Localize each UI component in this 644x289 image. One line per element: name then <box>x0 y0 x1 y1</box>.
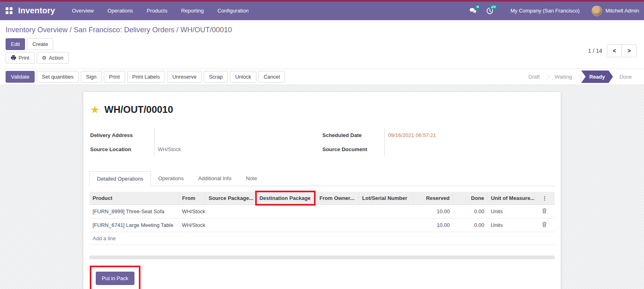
cell-source-package[interactable] <box>205 204 256 218</box>
gear-icon: ⚙ <box>42 55 47 61</box>
messages-badge: 4 <box>475 6 481 9</box>
pager-previous-button[interactable]: < <box>607 45 622 57</box>
breadcrumb: Inventory Overview/San Francisco: Delive… <box>6 24 638 38</box>
cell-product[interactable]: [FURN_6741] Large Meeting Table <box>89 218 179 232</box>
print-label: Print <box>19 55 29 61</box>
column-header-source-package[interactable]: Source Package... <box>205 192 256 205</box>
chevron-right-icon: > <box>627 48 631 54</box>
menu-operations[interactable]: Operations <box>102 4 139 17</box>
operations-table: Product From Source Package... Destinati… <box>89 192 555 245</box>
trash-icon[interactable] <box>542 208 547 214</box>
horizontal-scrollbar[interactable] <box>89 256 555 259</box>
unlock-button[interactable]: Unlock <box>230 71 256 83</box>
cell-done[interactable]: 0.00 <box>453 218 488 232</box>
column-header-done[interactable]: Done <box>453 192 488 205</box>
menu-configuration[interactable]: Configuration <box>212 4 254 17</box>
control-panel: Inventory Overview/San Francisco: Delive… <box>0 20 644 64</box>
pager: 1 / 14 < > <box>588 44 638 57</box>
app-name[interactable]: Inventory <box>18 6 55 15</box>
user-menu[interactable]: Mitchell Admin <box>605 8 639 14</box>
scrap-button[interactable]: Scrap <box>204 71 228 83</box>
breadcrumb-delivery-orders[interactable]: San Francisco: Delivery Orders <box>74 26 174 34</box>
menu-overview[interactable]: Overview <box>66 4 99 17</box>
field-label-source-location: Source Location <box>90 142 155 156</box>
breadcrumb-inventory-overview[interactable]: Inventory Overview <box>6 26 68 34</box>
printer-icon <box>11 55 16 60</box>
tab-note[interactable]: Note <box>239 171 264 186</box>
column-header-from-owner[interactable]: From Owner... <box>316 192 359 205</box>
trash-icon[interactable] <box>542 222 547 227</box>
activities-badge: 20 <box>489 6 497 9</box>
tab-operations[interactable]: Operations <box>151 171 191 186</box>
print-menu-button[interactable]: Print <box>6 52 35 64</box>
tab-additional-info[interactable]: Additional Info <box>191 171 239 186</box>
validate-button[interactable]: Validate <box>6 71 35 83</box>
edit-button[interactable]: Edit <box>6 38 25 50</box>
pager-next-button[interactable]: > <box>622 45 636 57</box>
optional-columns-toggle[interactable]: ⋮ <box>534 192 555 205</box>
column-header-lot-serial[interactable]: Lot/Serial Number <box>359 192 413 205</box>
destination-package-label: Destination Package <box>259 195 310 201</box>
app-menu: Overview Operations Products Reporting C… <box>66 4 254 17</box>
table-header-row: Product From Source Package... Destinati… <box>89 192 555 205</box>
chevron-left-icon: < <box>613 48 616 54</box>
action-menu-button[interactable]: ⚙ Action <box>37 52 69 64</box>
stage-separator-icon <box>545 74 550 79</box>
cell-done[interactable]: 0.00 <box>453 204 488 218</box>
field-label-scheduled-date: Scheduled Date <box>322 128 385 142</box>
table-row[interactable]: [FURN_6741] Large Meeting Table WH/Stock… <box>89 218 555 232</box>
menu-reporting[interactable]: Reporting <box>175 4 209 17</box>
stage-draft[interactable]: Draft <box>524 71 544 82</box>
column-header-uom[interactable]: Unit of Measure... <box>487 192 534 205</box>
cell-from[interactable]: WH/Stock <box>179 204 205 218</box>
stage-done[interactable]: Done <box>615 71 636 82</box>
field-groups: Delivery Address Source Location WH/Stoc… <box>89 126 555 164</box>
cell-from-owner[interactable] <box>316 204 359 218</box>
cell-uom[interactable]: Units <box>487 204 534 218</box>
company-switcher[interactable]: My Company (San Francisco) <box>510 8 580 14</box>
put-in-pack-button[interactable]: Put in Pack <box>96 272 134 285</box>
stage-waiting[interactable]: Waiting <box>551 71 576 82</box>
cell-lot-serial[interactable] <box>359 218 413 232</box>
form-sheet: ★ WH/OUT/00010 Delivery Address Source L… <box>83 91 561 289</box>
column-header-product[interactable]: Product <box>89 192 179 205</box>
activities-button[interactable]: 20 <box>483 6 497 16</box>
field-value-source-location[interactable]: WH/Stock <box>155 146 181 152</box>
apps-menu-icon[interactable] <box>6 7 12 14</box>
column-header-reserved[interactable]: Reserved <box>414 192 453 205</box>
breadcrumb-separator: / <box>68 26 74 34</box>
create-button[interactable]: Create <box>27 38 53 50</box>
ellipsis-vertical-icon: ⋮ <box>542 195 547 201</box>
top-navbar: Inventory Overview Operations Products R… <box>0 2 644 20</box>
cell-destination-package[interactable] <box>256 204 316 218</box>
cell-product[interactable]: [FURN_8999] Three-Seat Sofa <box>89 204 179 218</box>
cell-from-owner[interactable] <box>316 218 359 232</box>
print-labels-button[interactable]: Print Labels <box>127 71 165 83</box>
column-header-destination-package[interactable]: Destination Package <box>256 192 316 205</box>
cell-source-package[interactable] <box>205 218 256 232</box>
menu-products[interactable]: Products <box>141 4 173 17</box>
add-a-line-link[interactable]: Add a line <box>89 232 555 245</box>
column-header-from[interactable]: From <box>179 192 205 205</box>
print-button[interactable]: Print <box>104 71 125 83</box>
unreserve-button[interactable]: Unreserve <box>167 71 202 83</box>
stage-ready[interactable]: Ready <box>581 71 613 83</box>
cell-uom[interactable]: Units <box>487 218 534 232</box>
cell-reserved[interactable]: 10.00 <box>414 218 453 232</box>
cell-destination-package[interactable] <box>256 218 316 232</box>
cancel-button[interactable]: Cancel <box>258 71 285 83</box>
favorite-star-icon[interactable]: ★ <box>90 104 99 115</box>
statusbar: Validate Set quantities Sign Print Print… <box>0 69 644 85</box>
tab-detailed-operations[interactable]: Detailed Operations <box>89 171 151 186</box>
messages-button[interactable]: 4 <box>466 6 480 16</box>
cell-lot-serial[interactable] <box>359 204 413 218</box>
pager-counter: 1 / 14 <box>588 48 602 54</box>
field-value-scheduled-date[interactable]: 09/16/2021 06:57:21 <box>385 132 436 138</box>
cell-reserved[interactable]: 10.00 <box>414 204 453 218</box>
sign-button[interactable]: Sign <box>81 71 102 83</box>
cell-from[interactable]: WH/Stock <box>179 218 205 232</box>
table-row[interactable]: [FURN_8999] Three-Seat Sofa WH/Stock 10.… <box>89 204 555 218</box>
user-avatar[interactable] <box>592 6 602 16</box>
set-quantities-button[interactable]: Set quantities <box>37 71 79 83</box>
annotation-red-box: Put in Pack <box>90 266 140 289</box>
